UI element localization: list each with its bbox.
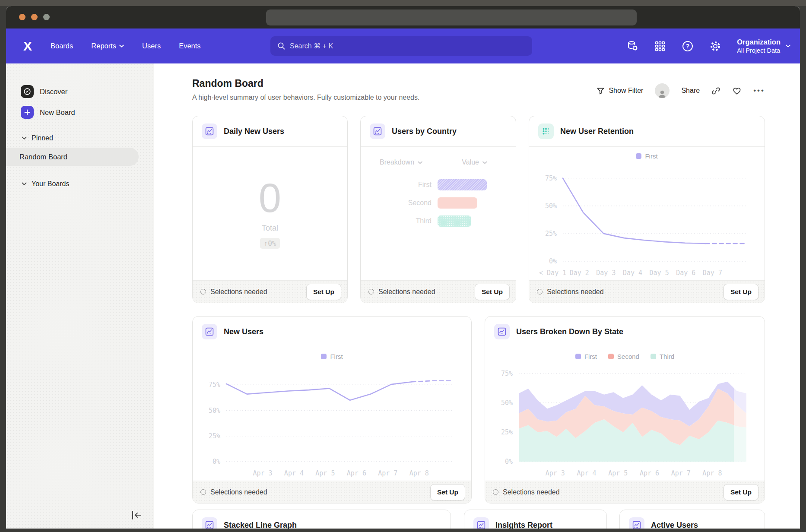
- card-title: Stacked Line Graph: [224, 521, 297, 529]
- metric-delta-badge: ↑0%: [260, 238, 280, 249]
- window-zoom-button[interactable]: [43, 14, 50, 20]
- svg-text:Apr 3: Apr 3: [253, 469, 272, 477]
- org-name: Organization: [737, 38, 781, 47]
- svg-text:Apr 6: Apr 6: [640, 469, 659, 477]
- sidebar-collapse-button[interactable]: [130, 510, 143, 521]
- svg-text:Day 6: Day 6: [676, 269, 695, 277]
- metric-value: 0: [259, 178, 281, 218]
- sidebar-item-new-board[interactable]: New Board: [21, 106, 154, 119]
- status-circle-icon: [368, 289, 374, 294]
- bar-first: [438, 179, 487, 190]
- desktop-frame: [0, 0, 806, 6]
- line-chart-icon: [629, 517, 644, 529]
- compass-icon: [21, 85, 34, 98]
- svg-text:75%: 75%: [501, 370, 513, 377]
- sidebar-item-random-board[interactable]: Random Board: [6, 148, 139, 166]
- line-chart-icon: [202, 124, 217, 139]
- favorite-heart-icon[interactable]: [732, 86, 742, 95]
- set-up-button[interactable]: Set Up: [475, 284, 510, 300]
- org-switcher[interactable]: Organization All Project Data: [737, 38, 790, 54]
- board-canvas: Random Board A high-level summary of use…: [154, 63, 800, 529]
- share-button[interactable]: Share: [681, 87, 700, 95]
- nav-item-events[interactable]: Events: [179, 42, 200, 50]
- status-circle-icon: [200, 489, 206, 495]
- svg-text:Apr 4: Apr 4: [577, 469, 596, 477]
- svg-text:Day 3: Day 3: [596, 269, 616, 277]
- settings-gear-icon[interactable]: [709, 40, 721, 52]
- svg-text:Apr 4: Apr 4: [284, 469, 304, 477]
- value-dropdown[interactable]: Value: [462, 158, 487, 166]
- svg-text:Apr 5: Apr 5: [315, 469, 335, 477]
- sidebar-section-pinned[interactable]: Pinned: [22, 134, 154, 142]
- avatar[interactable]: [655, 83, 670, 98]
- card-title: Daily New Users: [224, 127, 284, 136]
- bar-third: [438, 215, 471, 227]
- set-up-button[interactable]: Set Up: [723, 484, 758, 500]
- bar-chart: Breakdown Value First Second: [361, 146, 516, 280]
- svg-text:0%: 0%: [549, 257, 557, 265]
- filter-funnel-icon: [597, 87, 605, 95]
- chart-legend: First: [529, 146, 765, 161]
- card-title: New Users: [224, 327, 263, 336]
- chevron-down-icon: [482, 161, 487, 164]
- card-title: Users by Country: [392, 127, 457, 136]
- chevron-down-icon: [418, 161, 422, 164]
- nav-item-users[interactable]: Users: [142, 42, 161, 50]
- svg-text:Day 7: Day 7: [703, 269, 722, 277]
- card-new-users: New Users First75%50%25%0%Apr 3Apr 4Apr …: [192, 316, 472, 504]
- svg-text:?: ?: [686, 43, 690, 50]
- chart-legend: FirstSecondThird: [485, 347, 765, 361]
- chevron-down-icon: [22, 136, 27, 140]
- card-new-user-retention: New User Retention First75%50%25%0%< Day…: [529, 116, 765, 303]
- retention-line-chart: First75%50%25%0%< Day 1Day 2Day 3Day 4Da…: [529, 146, 765, 280]
- svg-text:50%: 50%: [501, 399, 513, 407]
- svg-text:Day 4: Day 4: [623, 269, 642, 277]
- search-input[interactable]: Search ⌘ + K: [270, 36, 532, 56]
- copy-link-icon[interactable]: [711, 86, 720, 95]
- svg-text:75%: 75%: [545, 174, 557, 182]
- line-chart-icon: [202, 517, 217, 529]
- help-icon[interactable]: ?: [682, 40, 694, 52]
- nav-item-reports[interactable]: Reports: [91, 42, 124, 50]
- status-circle-icon: [493, 489, 498, 495]
- bar-second: [438, 197, 477, 209]
- svg-text:Apr 7: Apr 7: [378, 469, 397, 477]
- nav-item-boards[interactable]: Boards: [51, 42, 73, 50]
- data-management-icon[interactable]: [626, 40, 638, 52]
- card-users-by-country: Users by Country Breakdown Value First: [360, 116, 516, 303]
- card-title: Insights Report: [495, 521, 552, 529]
- breakdown-dropdown[interactable]: Breakdown: [380, 158, 422, 166]
- svg-text:50%: 50%: [545, 202, 557, 210]
- set-up-button[interactable]: Set Up: [306, 284, 341, 300]
- more-options-button[interactable]: •••: [753, 86, 765, 95]
- line-chart-icon: [370, 124, 385, 139]
- window-minimize-button[interactable]: [31, 14, 38, 20]
- sidebar-item-discover[interactable]: Discover: [21, 85, 154, 98]
- apps-grid-icon[interactable]: [654, 40, 666, 52]
- show-filter-button[interactable]: Show Filter: [597, 87, 643, 95]
- svg-text:Apr 8: Apr 8: [409, 469, 429, 477]
- browser-window: X Boards Reports Users Events Search ⌘ +…: [6, 6, 800, 529]
- card-users-by-state: Users Broken Down By State FirstSecondTh…: [485, 316, 765, 504]
- retention-grid-icon: [538, 124, 554, 139]
- chart-legend: First: [193, 347, 471, 361]
- window-close-button[interactable]: [19, 14, 25, 20]
- new-users-line-chart: First75%50%25%0%Apr 3Apr 4Apr 5Apr 6Apr …: [193, 347, 471, 481]
- card-insights-report: Insights Report: [464, 510, 607, 529]
- metric-label: Total: [262, 224, 278, 233]
- browser-address-bar[interactable]: [266, 10, 637, 25]
- org-scope: All Project Data: [737, 47, 781, 54]
- set-up-button[interactable]: Set Up: [723, 284, 758, 300]
- svg-text:0%: 0%: [505, 458, 513, 466]
- svg-text:< Day 1: < Day 1: [539, 269, 566, 277]
- sidebar-section-your-boards[interactable]: Your Boards: [22, 180, 154, 188]
- chevron-down-icon: [786, 44, 790, 48]
- bar-row: Second: [361, 197, 516, 209]
- plus-icon: [21, 106, 34, 119]
- svg-text:Apr 8: Apr 8: [702, 469, 722, 477]
- svg-text:25%: 25%: [209, 432, 220, 440]
- card-active-users: Active Users: [619, 510, 765, 529]
- set-up-button[interactable]: Set Up: [430, 484, 465, 500]
- card-daily-new-users: Daily New Users 0 Total ↑0% Selections n…: [192, 116, 348, 303]
- chevron-down-icon: [119, 44, 124, 48]
